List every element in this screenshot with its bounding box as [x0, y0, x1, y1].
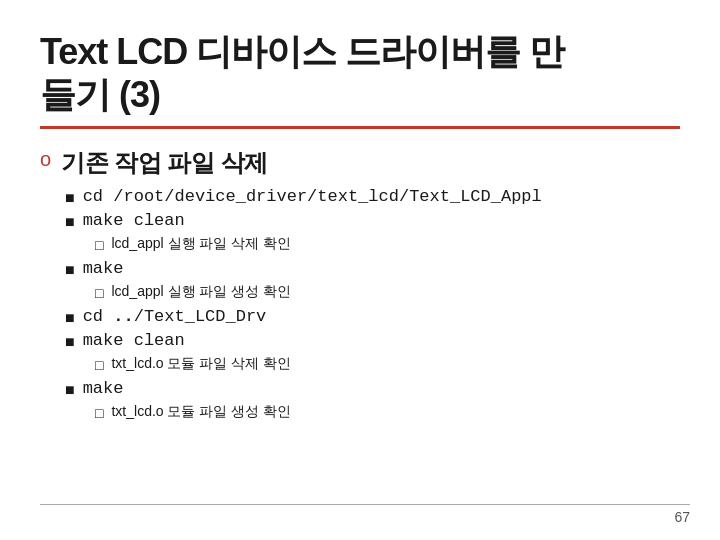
sub-note: □ txt_lcd.o 모듈 파일 생성 확인 — [95, 403, 680, 421]
sub-note: □ lcd_appl 실행 파일 삭제 확인 — [95, 235, 680, 253]
sub-note: □ txt_lcd.o 모듈 파일 삭제 확인 — [95, 355, 680, 373]
list-item: ■ make clean — [65, 211, 680, 231]
note-bullet: □ — [95, 405, 103, 421]
list-item: ■ cd ../Text_LCD_Drv — [65, 307, 680, 327]
note-text: txt_lcd.o 모듈 파일 생성 확인 — [111, 403, 291, 421]
main-bullet: o — [40, 148, 51, 171]
list-item: ■ make — [65, 259, 680, 279]
sub-list: ■ cd /root/device_driver/text_lcd/Text_L… — [65, 187, 680, 421]
title-divider — [40, 126, 680, 129]
note-text: lcd_appl 실행 파일 생성 확인 — [111, 283, 291, 301]
note-bullet: □ — [95, 285, 103, 301]
sub-text: make clean — [83, 331, 185, 350]
sub-text: make — [83, 379, 124, 398]
sub-bullet: ■ — [65, 333, 75, 351]
note-bullet: □ — [95, 237, 103, 253]
sub-text: cd /root/device_driver/text_lcd/Text_LCD… — [83, 187, 542, 206]
list-item: ■ make — [65, 379, 680, 399]
bottom-divider — [40, 504, 690, 505]
sub-text: cd ../Text_LCD_Drv — [83, 307, 267, 326]
note-text: txt_lcd.o 모듈 파일 삭제 확인 — [111, 355, 291, 373]
sub-bullet: ■ — [65, 189, 75, 207]
page-number: 67 — [674, 509, 690, 525]
sub-bullet: ■ — [65, 213, 75, 231]
note-text: lcd_appl 실행 파일 삭제 확인 — [111, 235, 291, 253]
main-item: o 기존 작업 파일 삭제 — [40, 147, 680, 179]
sub-note: □ lcd_appl 실행 파일 생성 확인 — [95, 283, 680, 301]
sub-text: make clean — [83, 211, 185, 230]
title-section: Text LCD 디바이스 드라이버를 만 들기 (3) — [40, 30, 680, 116]
note-bullet: □ — [95, 357, 103, 373]
sub-bullet: ■ — [65, 261, 75, 279]
sub-text: make — [83, 259, 124, 278]
sub-bullet: ■ — [65, 381, 75, 399]
list-item: ■ cd /root/device_driver/text_lcd/Text_L… — [65, 187, 680, 207]
sub-bullet: ■ — [65, 309, 75, 327]
slide: Text LCD 디바이스 드라이버를 만 들기 (3) o 기존 작업 파일 … — [0, 0, 720, 540]
title-line1: Text LCD 디바이스 드라이버를 만 들기 (3) — [40, 30, 680, 116]
list-item: ■ make clean — [65, 331, 680, 351]
main-label: 기존 작업 파일 삭제 — [61, 147, 268, 179]
